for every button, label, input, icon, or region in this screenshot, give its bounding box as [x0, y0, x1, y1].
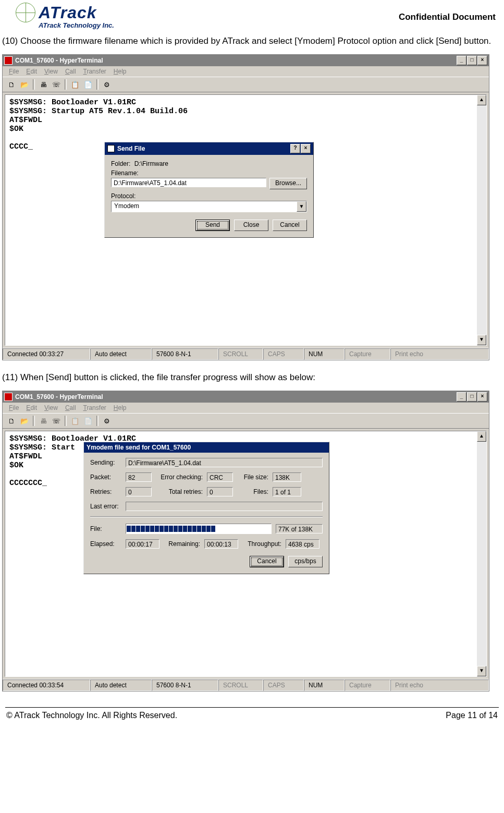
target-icon — [16, 3, 35, 22]
open-folder-icon[interactable]: 📂 — [19, 415, 30, 427]
instruction-11: (11) When [Send] button is clicked, the … — [0, 366, 504, 389]
folder-value: D:\Firmware — [134, 160, 168, 167]
paste-icon[interactable]: 📄 — [82, 415, 94, 427]
menubar: File Edit View Call Transfer Help — [3, 66, 489, 77]
new-file-icon[interactable]: 🗋 — [6, 79, 17, 90]
new-file-icon[interactable]: 🗋 — [6, 415, 17, 427]
instruction-10: (10) Choose the firmware filename which … — [0, 29, 504, 52]
status-connected: Connected 00:33:27 — [3, 348, 90, 360]
phone-icon[interactable]: ☏ — [51, 415, 62, 427]
menu-transfer[interactable]: Transfer — [80, 404, 109, 412]
status-capture: Capture — [345, 348, 390, 360]
scroll-down-icon[interactable]: ▼ — [477, 666, 486, 676]
throughput-label: Throughput: — [242, 540, 281, 548]
scrollbar[interactable]: ▲ ▼ — [477, 95, 486, 345]
status-connected: Connected 00:33:54 — [3, 679, 90, 691]
toolbar: 🗋 📂 🖶 ☏ 📋 📄 ⚙ — [3, 413, 489, 429]
remaining-value: 00:00:13 — [204, 539, 238, 549]
status-print: Print echo — [390, 348, 489, 360]
status-conn: 57600 8-N-1 — [152, 348, 218, 360]
cpsbps-button[interactable]: cps/bps — [288, 556, 323, 567]
print-icon[interactable]: 🖶 — [38, 415, 49, 427]
window-title: COM1_57600 - HyperTerminal — [15, 57, 103, 64]
help-button[interactable]: ? — [290, 144, 300, 153]
menu-file[interactable]: File — [6, 67, 22, 76]
status-detect: Auto detect — [90, 348, 152, 360]
menu-edit[interactable]: Edit — [23, 404, 40, 412]
menu-help[interactable]: Help — [110, 404, 130, 412]
status-scroll: SCROLL — [218, 348, 263, 360]
status-conn: 57600 8-N-1 — [152, 679, 218, 691]
statusbar: Connected 00:33:27 Auto detect 57600 8-N… — [3, 348, 489, 360]
progress-bar — [126, 524, 272, 534]
toolbar: 🗋 📂 🖶 ☏ 📋 📄 ⚙ — [3, 77, 489, 92]
copy-icon[interactable]: 📋 — [69, 415, 81, 427]
menu-help[interactable]: Help — [110, 67, 130, 76]
filename-label: Filename: — [111, 169, 307, 177]
paste-icon[interactable]: 📄 — [82, 79, 94, 90]
print-icon[interactable]: 🖶 — [38, 79, 49, 90]
scroll-up-icon[interactable]: ▲ — [477, 431, 486, 442]
packet-value: 82 — [126, 472, 152, 482]
scroll-down-icon[interactable]: ▼ — [477, 335, 486, 345]
minimize-button[interactable]: _ — [457, 56, 466, 65]
copy-icon[interactable]: 📋 — [69, 79, 81, 90]
file-size-value: 138K — [273, 472, 301, 482]
maximize-button[interactable]: □ — [467, 392, 477, 402]
app-icon — [4, 393, 13, 401]
browse-button[interactable]: Browse... — [269, 178, 307, 189]
total-retries-label: Total retries: — [156, 488, 203, 495]
protocol-select[interactable]: Ymodem ▼ — [111, 201, 307, 212]
menu-view[interactable]: View — [41, 67, 61, 76]
footer-copyright: © ATrack Technology Inc. All Rights Rese… — [6, 711, 177, 720]
minimize-button[interactable]: _ — [457, 392, 466, 402]
window-titlebar[interactable]: COM1_57600 - HyperTerminal _ □ × — [3, 55, 489, 66]
elapsed-value: 00:00:17 — [126, 539, 159, 549]
dialog-icon — [107, 145, 115, 152]
menu-file[interactable]: File — [6, 404, 22, 412]
chevron-down-icon[interactable]: ▼ — [297, 201, 306, 212]
retries-value: 0 — [126, 487, 152, 496]
logo-text: ATrack — [39, 3, 97, 22]
status-scroll: SCROLL — [218, 679, 263, 691]
properties-icon[interactable]: ⚙ — [101, 415, 113, 427]
hyperterminal-window-1: COM1_57600 - HyperTerminal _ □ × File Ed… — [2, 54, 489, 360]
file-size-label: File size: — [237, 474, 268, 481]
menu-edit[interactable]: Edit — [23, 67, 40, 76]
window-title: COM1_57600 - HyperTerminal — [15, 393, 103, 401]
properties-icon[interactable]: ⚙ — [101, 79, 113, 90]
send-button[interactable]: Send — [195, 220, 230, 231]
close-button[interactable]: × — [477, 392, 487, 402]
packet-label: Packet: — [90, 474, 121, 481]
scrollbar[interactable]: ▲ ▼ — [477, 431, 486, 676]
close-dialog-button[interactable]: Close — [234, 220, 268, 231]
window-titlebar[interactable]: COM1_57600 - HyperTerminal _ □ × — [3, 391, 489, 403]
menu-transfer[interactable]: Transfer — [80, 67, 109, 76]
error-checking-value: CRC — [207, 472, 233, 482]
cancel-button[interactable]: Cancel — [250, 556, 284, 567]
maximize-button[interactable]: □ — [467, 56, 477, 65]
error-checking-label: Error checking: — [156, 474, 203, 481]
filename-input[interactable]: D:\Firmware\AT5_1.04.dat — [111, 178, 266, 187]
phone-icon[interactable]: ☏ — [51, 79, 62, 90]
menu-call[interactable]: Call — [62, 67, 79, 76]
close-button[interactable]: × — [477, 56, 487, 65]
footer-page: Page 11 of 14 — [446, 711, 498, 720]
file-progress-text: 77K of 138K — [276, 524, 323, 533]
ymodem-progress-dialog: Ymodem file send for COM1_57600 Sending:… — [83, 442, 329, 574]
sending-label: Sending: — [90, 459, 121, 466]
protocol-value: Ymodem — [112, 201, 297, 212]
menu-view[interactable]: View — [41, 404, 61, 412]
protocol-label: Protocol: — [111, 192, 307, 200]
open-folder-icon[interactable]: 📂 — [19, 79, 30, 90]
total-retries-value: 0 — [207, 487, 233, 496]
status-capture: Capture — [345, 679, 390, 691]
menu-call[interactable]: Call — [62, 404, 79, 412]
cancel-button[interactable]: Cancel — [273, 220, 307, 231]
dialog-title: Send File — [117, 145, 145, 152]
throughput-value: 4638 cps — [286, 539, 319, 549]
status-detect: Auto detect — [90, 679, 152, 691]
close-button[interactable]: × — [301, 144, 311, 153]
menubar: File Edit View Call Transfer Help — [3, 403, 489, 413]
scroll-up-icon[interactable]: ▲ — [477, 95, 486, 105]
